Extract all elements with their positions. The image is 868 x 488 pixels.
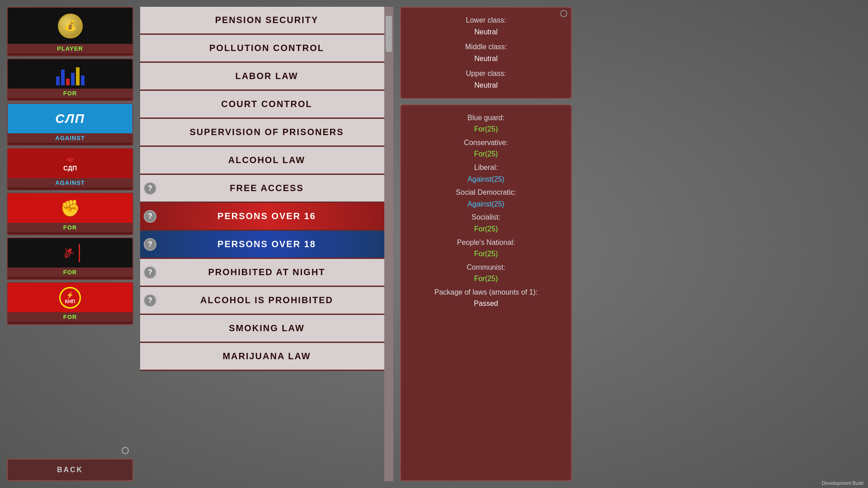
party-stance-social-democratic: AGAINST	[8, 178, 132, 188]
law-label-smoking-law: SMOKING LAW	[145, 323, 389, 333]
lower-class-row: Lower class: Neutral	[410, 14, 562, 38]
stance-row: Liberal:Against(25)	[410, 162, 562, 185]
question-badge-persons-over-16: ?	[144, 210, 156, 223]
law-item-labor-law[interactable]: LABOR LAW	[140, 63, 393, 91]
stance-party-label: Socialist:	[472, 213, 500, 221]
law-item-alcohol-law[interactable]: ALCOHOL LAW	[140, 147, 393, 175]
circle-indicator-right	[560, 10, 567, 17]
middle-class-value: Neutral	[474, 55, 498, 62]
stance-row: People's National:For(25)	[410, 237, 562, 260]
stance-party-value: For(25)	[474, 250, 498, 258]
middle-class-label: Middle class:	[465, 43, 507, 51]
law-label-marijuana-law: MARIJUANA LAW	[145, 351, 389, 361]
player-logo-area: 💰	[8, 8, 132, 44]
stance-row: Conservative:For(25)	[410, 137, 562, 160]
law-item-pension-security[interactable]: PENSION SECURITY	[140, 7, 393, 35]
law-item-court-control[interactable]: COURT CONTROL	[140, 91, 393, 119]
stance-party-value: For(25)	[474, 125, 498, 133]
stance-row: Socialist:For(25)	[410, 211, 562, 235]
party-card-liberal[interactable]: СЛП AGAINST	[7, 103, 133, 146]
question-badge-persons-over-18: ?	[144, 238, 156, 251]
center-panel: PENSION SECURITYPOLLUTION CONTROLLABOR L…	[140, 7, 393, 481]
stance-row: Blue guard:For(25)	[410, 112, 562, 135]
law-list: PENSION SECURITYPOLLUTION CONTROLLABOR L…	[140, 7, 393, 481]
stance-party-value: For(25)	[474, 225, 498, 233]
lower-class-value: Neutral	[474, 28, 498, 36]
law-item-marijuana-law[interactable]: MARIJUANA LAW	[140, 343, 393, 371]
party-stance-box: Blue guard:For(25)Conservative:For(25)Li…	[400, 104, 572, 481]
party-stance-communist: FOR	[8, 312, 132, 322]
stance-party-label: Communist:	[467, 263, 505, 271]
question-badge-alcohol-is-prohibited: ?	[144, 294, 156, 307]
law-label-pollution-control: POLLUTION CONTROL	[145, 43, 389, 53]
law-item-free-access[interactable]: ?FREE ACCESS	[140, 175, 393, 203]
law-item-persons-over-16[interactable]: ?PERSONS OVER 16	[140, 203, 393, 231]
upper-class-value: Neutral	[474, 81, 498, 89]
liberal-text-icon: СЛП	[55, 112, 85, 126]
upper-class-row: Upper class: Neutral	[410, 68, 562, 91]
stance-party-value: Passed	[474, 300, 498, 307]
stance-party-value: Against(25)	[467, 175, 505, 183]
law-label-persons-over-18: PERSONS OVER 18	[145, 239, 389, 249]
party-stance-blue-guard: FOR	[8, 89, 132, 98]
party-logo-social-democratic: ❤ СДП	[8, 149, 132, 178]
party-logo-socialist: ✊	[8, 193, 132, 223]
player-coin: 💰	[58, 14, 83, 38]
law-label-prohibited-at-night: PROHIBITED AT NIGHT	[145, 267, 389, 277]
law-item-pollution-control[interactable]: POLLUTION CONTROL	[140, 35, 393, 63]
sdp-logo: ❤ СДП	[63, 155, 77, 172]
law-item-alcohol-is-prohibited[interactable]: ?ALCOHOL IS PROHIBITED	[140, 287, 393, 315]
law-label-pension-security: PENSION SECURITY	[145, 15, 389, 25]
upper-class-label: Upper class:	[466, 70, 506, 77]
question-badge-free-access: ?	[144, 182, 156, 195]
party-logo-blue-guard	[8, 59, 132, 89]
knp-circle-icon: ⚡ КНП	[59, 287, 81, 309]
law-item-smoking-law[interactable]: SMOKING LAW	[140, 315, 393, 343]
stance-row: Communist:For(25)	[410, 262, 562, 285]
question-badge-prohibited-at-night: ?	[144, 266, 156, 279]
law-label-alcohol-is-prohibited: ALCOHOL IS PROHIBITED	[145, 295, 389, 305]
lower-class-label: Lower class:	[466, 16, 506, 24]
party-card-blue-guard[interactable]: FOR	[7, 58, 133, 101]
stance-party-value: For(25)	[474, 275, 498, 282]
law-item-persons-over-18[interactable]: ?PERSONS OVER 18	[140, 231, 393, 259]
stance-party-label: People's National:	[457, 239, 515, 246]
party-logo-liberal: СЛП	[8, 104, 132, 133]
party-stance-socialist: FOR	[8, 223, 132, 232]
party-logo-communist: ⚡ КНП	[8, 283, 132, 312]
left-panel: 💰 PLAYER FOR СЛП AGAIN	[7, 7, 133, 481]
player-label: PLAYER	[8, 44, 132, 53]
law-label-persons-over-16: PERSONS OVER 16	[145, 211, 389, 221]
circle-indicator-left	[122, 447, 129, 454]
building-icon	[56, 63, 85, 85]
scrollbar[interactable]	[384, 7, 393, 481]
party-card-peoples-national[interactable]: 🗡 FOR	[7, 237, 133, 280]
law-item-supervision-of-prisoners[interactable]: SUPERVISION OF PRISONERS	[140, 119, 393, 147]
back-button[interactable]: BACK	[7, 459, 133, 481]
sword-icon: 🗡	[61, 244, 80, 262]
fist-icon: ✊	[60, 199, 80, 218]
scroll-thumb[interactable]	[386, 16, 392, 52]
law-item-prohibited-at-night[interactable]: ?PROHIBITED AT NIGHT	[140, 259, 393, 287]
stance-party-label: Liberal:	[474, 164, 498, 171]
law-label-free-access: FREE ACCESS	[145, 183, 389, 193]
right-panel: Lower class: Neutral Middle class: Neutr…	[400, 7, 572, 481]
stance-party-label: Blue guard:	[467, 114, 505, 122]
party-stance-liberal: AGAINST	[8, 133, 132, 143]
stance-party-label: Package of laws (amounts of 1):	[434, 288, 538, 296]
law-label-alcohol-law: ALCOHOL LAW	[145, 155, 389, 165]
stance-row: Social Democratic:Against(25)	[410, 187, 562, 210]
stance-party-label: Social Democratic:	[456, 188, 516, 196]
stance-party-value: For(25)	[474, 150, 498, 158]
party-card-social-democratic[interactable]: ❤ СДП AGAINST	[7, 148, 133, 191]
class-info-box: Lower class: Neutral Middle class: Neutr…	[400, 7, 572, 99]
middle-class-row: Middle class: Neutral	[410, 41, 562, 64]
law-label-court-control: COURT CONTROL	[145, 99, 389, 109]
main-container: 💰 PLAYER FOR СЛП AGAIN	[0, 0, 868, 488]
stance-party-value: Against(25)	[467, 200, 505, 208]
law-label-supervision-of-prisoners: SUPERVISION OF PRISONERS	[145, 127, 389, 137]
stance-row: Package of laws (amounts of 1):Passed	[410, 286, 562, 310]
party-card-communist[interactable]: ⚡ КНП FOR	[7, 282, 133, 325]
party-card-socialist[interactable]: ✊ FOR	[7, 192, 133, 235]
party-logo-peoples-national: 🗡	[8, 238, 132, 267]
